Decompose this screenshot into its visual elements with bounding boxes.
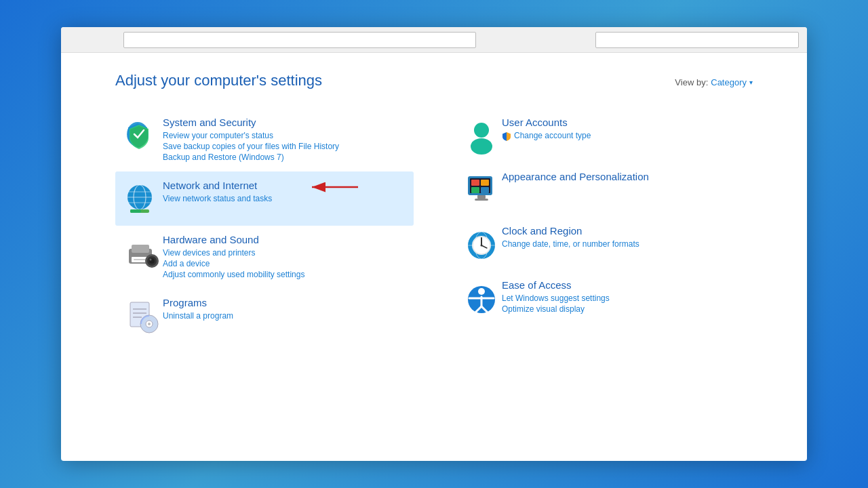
svg-point-44 (478, 288, 485, 295)
network-title[interactable]: Network and Internet (163, 180, 407, 191)
svg-rect-31 (471, 187, 479, 193)
category-programs[interactable]: Programs Uninstall a program (115, 289, 414, 343)
clock-title[interactable]: Clock and Region (502, 225, 746, 237)
hardware-text: Hardware and Sound View devices and prin… (163, 234, 407, 281)
hardware-title[interactable]: Hardware and Sound (163, 234, 407, 245)
clock-link-1[interactable]: Change date, time, or number formats (502, 239, 746, 249)
network-icon (125, 182, 160, 215)
svg-point-25 (474, 123, 489, 138)
uac-icon (502, 131, 511, 141)
programs-icon (125, 300, 160, 333)
user-accounts-title[interactable]: User Accounts (502, 117, 746, 128)
clock-region-icon (464, 228, 499, 262)
ease-text: Ease of Access Let Windows suggest setti… (502, 279, 746, 315)
clock-icon-area (461, 225, 502, 262)
hardware-link-1[interactable]: View devices and printers (163, 248, 407, 258)
control-panel-window: Adjust your computer's settings View by:… (61, 27, 807, 461)
svg-rect-7 (130, 209, 141, 213)
svg-rect-13 (134, 259, 147, 260)
user-icon-area (461, 117, 502, 155)
right-column: User Accounts Change account type (454, 108, 753, 343)
clock-text: Clock and Region Change date, time, or n… (502, 225, 746, 250)
programs-text: Programs Uninstall a program (163, 297, 407, 322)
system-security-icon (125, 119, 159, 152)
address-bar[interactable] (123, 32, 476, 48)
hardware-link-2[interactable]: Add a device (163, 259, 407, 268)
view-by-label: View by: (675, 77, 708, 87)
view-by-control: View by: Category ▾ (675, 77, 753, 87)
appearance-icon (464, 174, 499, 206)
chevron-down-icon: ▾ (749, 79, 753, 86)
system-security-title[interactable]: System and Security (163, 117, 407, 128)
system-security-link-3[interactable]: Backup and Restore (Windows 7) (163, 152, 407, 162)
svg-point-17 (150, 259, 152, 261)
ease-link-1[interactable]: Let Windows suggest settings (502, 293, 746, 303)
network-icon-area (122, 180, 163, 215)
hardware-link-3[interactable]: Adjust commonly used mobility settings (163, 270, 407, 279)
top-bar (61, 27, 807, 53)
search-bar[interactable] (595, 32, 799, 48)
main-content: Adjust your computer's settings View by:… (61, 53, 807, 461)
category-network-internet[interactable]: Network and Internet View network status… (115, 171, 414, 226)
ease-icon-area (461, 279, 502, 316)
category-ease-access[interactable]: Ease of Access Let Windows suggest setti… (454, 271, 753, 325)
category-clock-region[interactable]: Clock and Region Change date, time, or n… (454, 217, 753, 271)
svg-rect-11 (132, 245, 149, 253)
user-accounts-icon (464, 119, 499, 155)
ease-title[interactable]: Ease of Access (502, 279, 746, 291)
appearance-text: Appearance and Personalization (502, 171, 746, 185)
left-column: System and Security Review your computer… (115, 108, 414, 343)
user-accounts-link-1[interactable]: Change account type (514, 131, 591, 140)
page-title: Adjust your computer's settings (115, 72, 322, 89)
appearance-title[interactable]: Appearance and Personalization (502, 171, 746, 182)
system-security-link-2[interactable]: Save backup copies of your files with Fi… (163, 142, 407, 151)
category-hardware-sound[interactable]: Hardware and Sound View devices and prin… (115, 226, 414, 289)
network-link-1[interactable]: View network status and tasks (163, 194, 407, 203)
svg-rect-30 (481, 180, 489, 186)
system-security-text: System and Security Review your computer… (163, 117, 407, 163)
category-appearance[interactable]: Appearance and Personalization (454, 163, 753, 217)
appearance-icon-area (461, 171, 502, 206)
svg-point-24 (148, 323, 151, 325)
ease-link-2[interactable]: Optimize visual display (502, 304, 746, 314)
network-text: Network and Internet View network status… (163, 180, 407, 205)
programs-link-1[interactable]: Uninstall a program (163, 311, 407, 321)
hardware-icon (125, 237, 160, 270)
ease-access-icon (464, 282, 499, 316)
category-system-security[interactable]: System and Security Review your computer… (115, 108, 414, 171)
view-by-value[interactable]: Category (711, 77, 747, 87)
hardware-icon-area (122, 234, 163, 270)
categories-grid: System and Security Review your computer… (115, 108, 753, 343)
system-security-icon-area (122, 117, 163, 152)
header-row: Adjust your computer's settings View by:… (115, 72, 753, 89)
svg-rect-29 (471, 180, 479, 186)
svg-point-42 (481, 245, 483, 247)
svg-point-26 (471, 138, 492, 155)
user-accounts-text: User Accounts Change account type (502, 117, 746, 142)
svg-rect-34 (475, 199, 488, 201)
category-user-accounts[interactable]: User Accounts Change account type (454, 108, 753, 163)
programs-icon-area (122, 297, 163, 333)
svg-rect-33 (477, 195, 486, 199)
svg-rect-32 (481, 187, 489, 193)
system-security-link-1[interactable]: Review your computer's status (163, 131, 407, 140)
programs-title[interactable]: Programs (163, 297, 407, 308)
